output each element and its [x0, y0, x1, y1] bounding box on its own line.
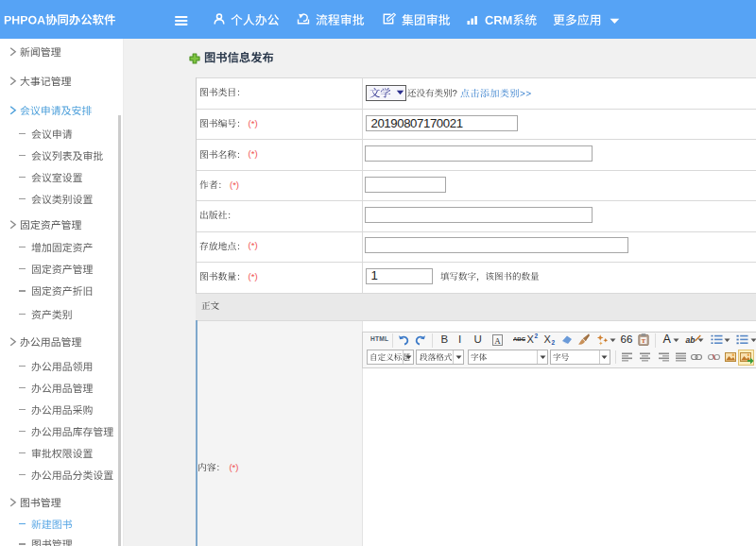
svg-text:T: T — [641, 337, 645, 344]
svg-text:A: A — [494, 335, 501, 345]
